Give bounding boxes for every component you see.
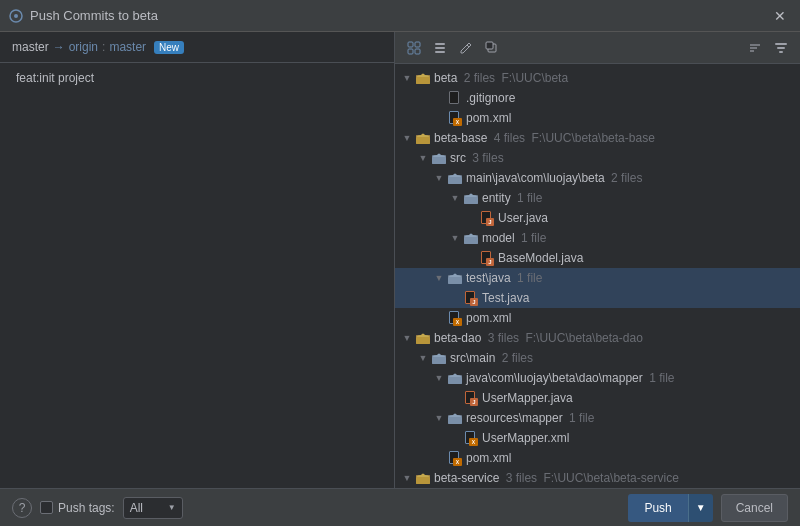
push-tags-checkbox[interactable] [40,501,53,514]
left-panel: master → origin : master New feat:init p… [0,32,395,488]
tree-label: pom.xml [466,311,800,325]
tree-item[interactable]: J UserMapper.java [395,388,800,408]
push-tags-checkbox-label[interactable]: Push tags: [40,501,115,515]
svg-rect-3 [415,42,420,47]
branch-arrow: → [53,40,65,54]
tree-item[interactable]: X pom.xml [395,448,800,468]
tree-item[interactable]: ▼ model 1 file [395,228,800,248]
tree-item[interactable]: ▼ java\com\luojay\beta\dao\mapper 1 file [395,368,800,388]
tree-label: beta-base 4 files F:\UUC\beta\beta-base [434,131,800,145]
tree-item[interactable]: ▼ beta-service 3 files F:\UUC\beta\beta-… [395,468,800,488]
chevron-down-icon: ▼ [168,503,176,512]
tree-item[interactable]: X pom.xml [395,108,800,128]
file-tree[interactable]: ▼ beta 2 files F:\UUC\beta .gitignore [395,64,800,488]
branch-bar: master → origin : master New [0,32,394,63]
svg-rect-16 [416,77,430,84]
folder-icon [415,132,431,144]
close-button[interactable]: ✕ [768,6,792,26]
commit-item[interactable]: feat:init project [0,67,394,89]
expand-icon: ▼ [399,133,415,143]
tree-item[interactable]: J BaseModel.java [395,248,800,268]
push-tags-select[interactable]: All ▼ [123,497,183,519]
expand-icon: ▼ [431,373,447,383]
folder-icon [415,72,431,84]
tree-item[interactable]: .gitignore [395,88,800,108]
new-badge: New [154,41,184,54]
tree-label: test\java 1 file [466,271,800,285]
expand-all-button[interactable] [403,37,425,59]
remote-origin[interactable]: origin [69,40,98,54]
local-branch: master [12,40,49,54]
expand-icon: ▼ [431,173,447,183]
bottom-right: Push ▼ Cancel [628,494,788,522]
tree-label: BaseModel.java [498,251,800,265]
tree-item[interactable]: ▼ resources\mapper 1 file [395,408,800,428]
tree-label: src\main 2 files [450,351,800,365]
tree-item[interactable]: ▼ src\main 2 files [395,348,800,368]
svg-rect-25 [464,197,478,204]
bottom-bar: ? Push tags: All ▼ Push ▼ Cancel [0,488,800,526]
edit-button[interactable] [455,37,477,59]
tree-label: User.java [498,211,800,225]
title-bar-left: Push Commits to beta [8,8,158,24]
tree-item[interactable]: ▼ src 3 files [395,148,800,168]
svg-rect-34 [432,357,446,364]
remote-branch[interactable]: master [109,40,146,54]
copy-button[interactable] [481,37,503,59]
expand-icon: ▼ [447,233,463,243]
filter-button[interactable] [770,37,792,59]
svg-rect-13 [779,51,783,53]
tree-item[interactable]: X UserMapper.xml [395,428,800,448]
svg-point-1 [14,14,18,18]
bottom-left: ? Push tags: All ▼ [12,497,183,519]
tree-item[interactable]: ▼ beta 2 files F:\UUC\beta [395,68,800,88]
folder-icon [447,272,463,284]
expand-icon: ▼ [447,193,463,203]
tree-item[interactable]: ▼ entity 1 file [395,188,800,208]
svg-rect-29 [448,277,462,284]
title-bar: Push Commits to beta ✕ [0,0,800,32]
expand-icon: ▼ [415,153,431,163]
svg-rect-27 [464,237,478,244]
toolbar-left [403,37,503,59]
cancel-button[interactable]: Cancel [721,494,788,522]
tree-label: java\com\luojay\beta\dao\mapper 1 file [466,371,800,385]
svg-rect-32 [416,337,430,344]
tree-label: entity 1 file [482,191,800,205]
list-view-button[interactable] [429,37,451,59]
svg-rect-6 [435,43,445,45]
svg-rect-12 [777,47,785,49]
tree-label: UserMapper.java [482,391,800,405]
tree-item[interactable]: X pom.xml [395,308,800,328]
tree-label: beta-dao 3 files F:\UUC\beta\beta-dao [434,331,800,345]
tree-label: src 3 files [450,151,800,165]
title-text: Push Commits to beta [30,8,158,23]
folder-icon [447,372,463,384]
folder-icon [447,172,463,184]
tree-item[interactable]: J Test.java [395,288,800,308]
sort-button[interactable] [744,37,766,59]
folder-icon [415,332,431,344]
tree-item[interactable]: ▼ beta-dao 3 files F:\UUC\beta\beta-dao [395,328,800,348]
tree-label: main\java\com\luojay\beta 2 files [466,171,800,185]
svg-rect-23 [448,177,462,184]
push-button[interactable]: Push [628,494,687,522]
right-toolbar [395,32,800,64]
svg-rect-36 [448,377,462,384]
tree-item[interactable]: ▼ main\java\com\luojay\beta 2 files [395,168,800,188]
svg-rect-11 [775,43,787,45]
tree-item[interactable]: ▼ beta-base 4 files F:\UUC\beta\beta-bas… [395,128,800,148]
svg-rect-19 [416,137,430,144]
java-file-icon: J [463,391,479,405]
help-button[interactable]: ? [12,498,32,518]
tree-item[interactable]: J User.java [395,208,800,228]
folder-icon [431,152,447,164]
push-dropdown-button[interactable]: ▼ [688,494,713,522]
expand-icon: ▼ [399,333,415,343]
svg-rect-4 [408,49,413,54]
toolbar-right [744,37,792,59]
tree-item[interactable]: ▼ test\java 1 file [395,268,800,288]
expand-icon: ▼ [431,413,447,423]
xml-file-icon: X [447,311,463,325]
push-tags-label: Push tags: [58,501,115,515]
